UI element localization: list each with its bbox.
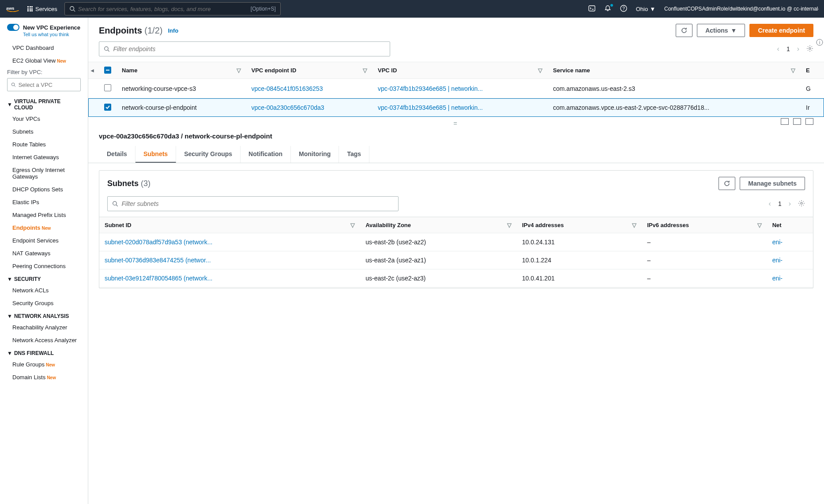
filter-input[interactable] [113,45,385,52]
panel-size-small[interactable] [781,118,789,125]
manage-subnets-button[interactable]: Manage subnets [740,177,805,190]
sidebar-item[interactable]: Endpoint Services [0,234,88,247]
subnet-link[interactable]: subnet-020d078adf57d9a53 (network... [105,239,212,246]
sidebar-item[interactable]: Network Access Analyzer [0,334,88,347]
tab-monitoring[interactable]: Monitoring [291,146,339,163]
tab-details[interactable]: Details [99,146,135,163]
tab-subnets[interactable]: Subnets [135,146,176,163]
panel-resize-handle[interactable] [88,117,824,130]
sidebar-item[interactable]: Internet Gateways [0,151,88,164]
sidebar-item[interactable]: NAT Gateways [0,247,88,260]
panel-size-large[interactable] [805,118,813,125]
sidebar-item-ec2-global[interactable]: EC2 Global ViewNew [0,54,88,67]
endpoint-link[interactable]: vpce-0845c41f051636253 [252,85,323,92]
prev-page[interactable]: ‹ [777,45,779,53]
row-checkbox[interactable] [104,104,111,111]
sidebar-item-vpc-dashboard[interactable]: VPC Dashboard [0,41,88,54]
sidebar-item[interactable]: Domain ListsNew [0,371,88,384]
sidebar-item[interactable]: EndpointsNew [0,221,88,234]
col-name[interactable]: Name▽ [117,62,246,79]
sidebar-item[interactable]: Network ACLs [0,284,88,297]
eni-link[interactable]: eni- [772,275,783,282]
sidebar-item[interactable]: Elastic IPs [0,196,88,209]
sidebar-item[interactable]: Reachability Analyzer [0,321,88,334]
vpc-link[interactable]: vpc-0374fb1b29346e685 | networkin... [378,85,483,92]
subnets-next-page[interactable]: › [789,200,791,208]
new-vpc-toggle[interactable]: New VPC Experience [0,21,88,31]
col-service[interactable]: Service name▽ [548,62,801,79]
sidebar-item[interactable]: Your VPCs [0,112,88,125]
search-input[interactable] [75,6,251,12]
subnets-refresh-button[interactable] [719,177,735,190]
info-panel-toggle[interactable]: i [816,39,824,47]
eni-link[interactable]: eni- [772,239,783,246]
help-icon[interactable]: ? [620,5,627,13]
settings-button[interactable] [806,45,813,53]
eni-link[interactable]: eni- [772,257,783,264]
gear-icon [806,45,813,52]
select-all-checkbox[interactable] [104,67,111,74]
vpc-link[interactable]: vpc-0374fb1b29346e685 | networkin... [378,104,483,111]
region-selector[interactable]: Ohio ▼ [636,6,655,12]
refresh-button[interactable] [676,24,692,37]
table-row[interactable]: networking-course-vpce-s3 vpce-0845c41f0… [88,79,824,98]
col-ipv6[interactable]: IPv6 addresses▽ [642,217,767,233]
table-row[interactable]: subnet-03e9124f780054865 (network... us-… [99,269,813,287]
feedback-link[interactable]: Tell us what you think [0,31,88,41]
col-vpc-id[interactable]: VPC ID▽ [372,62,548,79]
sidebar-item[interactable]: Egress Only Internet Gateways [0,164,88,183]
sidebar-item[interactable]: Rule GroupsNew [0,358,88,371]
subnet-link[interactable]: subnet-00736d983e8474255 (networ... [105,257,211,264]
sidebar-item[interactable]: Managed Prefix Lists [0,209,88,221]
col-az[interactable]: Availability Zone▽ [360,217,517,233]
sidebar-section-header[interactable]: ▼ SECURITY [0,273,88,284]
table-row[interactable]: subnet-00736d983e8474255 (networ... us-e… [99,251,813,269]
subnets-settings-button[interactable] [798,200,805,208]
sidebar-item[interactable]: Peering Connections [0,260,88,273]
aws-logo[interactable]: aws [5,5,20,13]
col-net[interactable]: Net [767,217,813,233]
collapse-columns[interactable]: ◂ [91,67,94,74]
global-search[interactable]: [Option+S] [64,2,281,15]
col-extra[interactable]: E [801,62,824,79]
notifications-icon[interactable] [604,5,611,13]
services-label: Services [35,6,57,12]
vpc-filter[interactable] [7,78,81,91]
subnet-link[interactable]: subnet-03e9124f780054865 (network... [105,275,212,282]
col-ipv4[interactable]: IPv4 addresses▽ [517,217,642,233]
services-button[interactable]: Services [27,6,57,12]
vpc-filter-input[interactable] [19,82,77,88]
endpoint-filter[interactable] [99,41,390,56]
endpoint-link[interactable]: vpce-00a230c656c670da3 [252,104,324,111]
col-subnet-id[interactable]: Subnet ID▽ [99,217,360,233]
cell-ipv6: – [642,233,767,251]
caret-down-icon: ▼ [7,350,12,356]
subnets-filter-input[interactable] [122,200,394,207]
create-endpoint-button[interactable]: Create endpoint [749,24,813,37]
account-selector[interactable]: ConfluentCOPSAdminRole/dwittekind@conflu… [664,6,819,12]
toggle-switch-icon[interactable] [7,24,19,31]
cloudshell-icon[interactable] [588,5,595,13]
sidebar-item[interactable]: Subnets [0,125,88,138]
tab-notification[interactable]: Notification [241,146,291,163]
detail-tabs: DetailsSubnetsSecurity GroupsNotificatio… [88,146,824,163]
subnets-filter[interactable] [107,196,399,211]
next-page[interactable]: › [797,45,799,53]
actions-button[interactable]: Actions ▼ [697,24,745,37]
info-link[interactable]: Info [168,27,178,34]
sidebar-section-header[interactable]: ▼ DNS FIREWALL [0,347,88,358]
sidebar-section-header[interactable]: ▼ NETWORK ANALYSIS [0,310,88,321]
tab-tags[interactable]: Tags [339,146,369,163]
sidebar-item[interactable]: DHCP Options Sets [0,183,88,196]
sidebar-item[interactable]: Security Groups [0,297,88,310]
panel-size-medium[interactable] [793,118,801,125]
sidebar-item[interactable]: Route Tables [0,138,88,151]
table-row[interactable]: subnet-020d078adf57d9a53 (network... us-… [99,233,813,251]
sidebar-section-header[interactable]: ▼ VIRTUAL PRIVATE CLOUD [0,95,88,112]
col-endpoint-id[interactable]: VPC endpoint ID▽ [246,62,373,79]
row-checkbox[interactable] [104,84,111,91]
tab-security-groups[interactable]: Security Groups [176,146,241,163]
subnets-prev-page[interactable]: ‹ [769,200,771,208]
svg-text:?: ? [622,6,625,11]
table-row[interactable]: network-course-pl-endpoint vpce-00a230c6… [88,98,824,117]
